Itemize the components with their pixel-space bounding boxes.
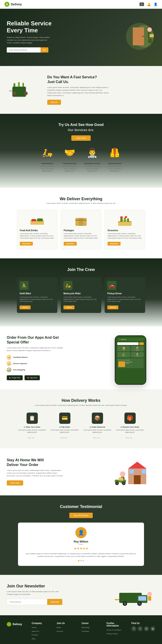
service-trusted: Trusted Service Lorem ipsum dolor sit am… [61,162,79,172]
deliver-desc: Lorem ipsum dolor sit amet, consectetur … [7,202,155,204]
testimonial-text: Sed volutpat augue at amet consectetur a… [25,552,137,558]
food-shop-button[interactable]: Shop Now [20,242,33,246]
subscribe-button[interactable]: Subscribe [47,599,62,605]
dot-1[interactable] [78,560,79,562]
svg-point-25 [30,219,44,221]
packages-card-title: Packages [64,229,98,232]
footer-career-title: Career [82,622,102,624]
swift-delivery-illustration: 🛵 [38,148,56,158]
hero-section: Reliable Service Every Time Nullam ac al… [0,9,162,66]
hero-title: Reliable Service Every Time [7,20,110,34]
footer-account-link[interactable]: Account [57,630,77,633]
packages-illustration [64,214,98,227]
pay-order-icon: 💳 [59,412,70,424]
driver-join-button[interactable]: Join Us [107,306,118,309]
cashback-icon: 💰 [7,355,11,360]
see-reviews-button[interactable]: See All Reviews [69,513,93,518]
services-list: Swift Delivery Lorem ipsum dolor sit ame… [7,162,155,172]
google-play-button[interactable]: ▶ Google Play [7,375,23,380]
step-pay-order: 💳 2. Pay Order Lorem ipsum dolor sit ame… [50,412,79,439]
join-us-button[interactable]: Join Us [47,100,61,105]
footer-rider-link[interactable]: Rider [57,626,77,629]
footer-internship-link[interactable]: Internship [82,626,102,629]
search-button[interactable]: Go [41,47,48,52]
biker-desc: Lorem ipsum dolor sit amet, consectetur … [20,296,55,302]
step2-title: 2. Pay Order [50,426,79,428]
service-trusted-title: Trusted Service [61,162,79,164]
feature-cashback: 💰 Cashback Bonus [7,355,108,360]
step2-link[interactable]: More Info → [60,437,69,438]
svg-rect-21 [9,90,12,92]
steps-list: 📋 1. Place Your Order Lorem ipsum dolor … [7,412,155,439]
dot-3[interactable] [83,560,84,562]
footer-home-link[interactable]: Home [32,626,52,629]
groceries-illustration [108,214,142,227]
groceries-card-title: Groceries [108,229,142,232]
svg-point-47 [123,482,125,484]
phone-screen: 📍 App Name 🔍 🍔 Food 📦 Package [115,336,146,384]
footer-joinus-title: Join Us [57,622,77,624]
twitter-icon[interactable]: t [138,626,143,631]
hero-search-form: Go [7,47,110,52]
user-icon[interactable]: 👤 [153,2,157,6]
dot-2[interactable] [80,560,82,562]
step3-link[interactable]: More Info → [93,437,102,438]
cashback-label: Cashback Bonus [13,356,28,358]
feature-payment: 🔒 Secure Payment [7,362,108,366]
biker-join-button[interactable]: Join Us [20,306,31,309]
svg-point-3 [142,36,143,37]
phone-categories: 🍔 Food 📦 Package 🥦 Grocery 🍹 Drinks [117,346,144,357]
step1-link[interactable]: More Info → [28,437,36,438]
learn-more-button[interactable]: Learn More [71,135,91,141]
service-swift-title: Swift Delivery [38,162,56,164]
app-store-label: App Store [30,377,37,378]
groceries-shop-button[interactable]: Shop Now [108,242,121,246]
packages-shop-button[interactable]: Shop Now [64,242,77,246]
logo[interactable]: Delivey [5,2,22,7]
testimonial-section: Customer Testimonial See All Reviews 👤 R… [0,496,162,575]
svg-point-32 [120,216,123,219]
facebook-icon[interactable]: f [131,626,136,631]
order-now-button[interactable]: Order Now [7,480,23,486]
newsletter-illustration [115,584,155,606]
service-swift-desc: Lorem ipsum dolor sit amet, consectetur … [38,166,56,172]
email-input[interactable] [7,599,47,605]
crew-rider-card: 🛵 Motocycle Rider Lorem ipsum dolor sit … [61,278,101,313]
footer-about-link[interactable]: About Us [32,630,52,633]
footer-privacy-link[interactable]: Privacy Policy [106,632,127,636]
fast-service-title: Do You Want A Fast Service? Just Call Us… [47,75,110,84]
footer-blog-link[interactable]: Blog [32,638,52,640]
step4-link[interactable]: More Info → [126,437,134,438]
app-store-button[interactable]: 🍎 App Store [25,375,40,380]
rider-join-button[interactable]: Join Us [63,306,74,309]
app-illustration: 📍 App Name 🔍 🍔 Food 📦 Package [115,335,155,380]
fast-service-description: Lorem ipsum dolor sit amet, consectetur … [47,86,110,97]
instagram-icon[interactable]: ig [150,626,155,631]
step3-title: 3. Order Delivered [83,426,112,428]
testimonial-dots [25,560,137,562]
footer-product-link[interactable]: Product [32,634,52,636]
receive-order-icon: 🎁 [124,412,136,424]
menu-icon[interactable]: ≡ [139,2,144,6]
footer-findus-col: Find Us f t in ig [131,622,155,641]
testimonial-title: Customer Testimonial [7,504,155,509]
bell-icon[interactable]: 🔔 [147,2,151,6]
fast-service-illustration [7,79,41,101]
linkedin-icon[interactable]: in [144,626,149,631]
biker-icon: 🚴 [20,281,29,290]
food-card-desc: Lorem ipsum dolor sit amet, consectetur … [20,232,54,239]
phone-recommended: Daily Recommendation 🍔 Burger Pack $12.0… [117,358,144,368]
vaccinated-courier-illustration: 👨‍⚕️ [83,148,101,158]
footer-terms-link[interactable]: Terms & Condition [106,629,127,632]
service-safety: Safety Protocol Lorem ipsum dolor sit am… [106,162,124,172]
app-section: Order From Our Apps And Get Special Offe… [0,326,162,389]
address-input[interactable] [7,47,41,52]
feature-shipping: 🚚 Free Shipping [7,368,108,372]
deliver-section: We Deliver Everything Lorem ipsum dolor … [0,188,162,258]
footer-volunteer-link[interactable]: Volunteer [82,630,102,633]
apple-icon: 🍎 [27,377,29,379]
service-safety-title: Safety Protocol [106,162,124,164]
phone-mockup: 📍 App Name 🔍 🍔 Food 📦 Package [115,335,146,385]
service-trusted-desc: Lorem ipsum dolor sit amet, consectetur … [61,166,79,172]
phone-app-header: 📍 App Name [117,338,144,341]
